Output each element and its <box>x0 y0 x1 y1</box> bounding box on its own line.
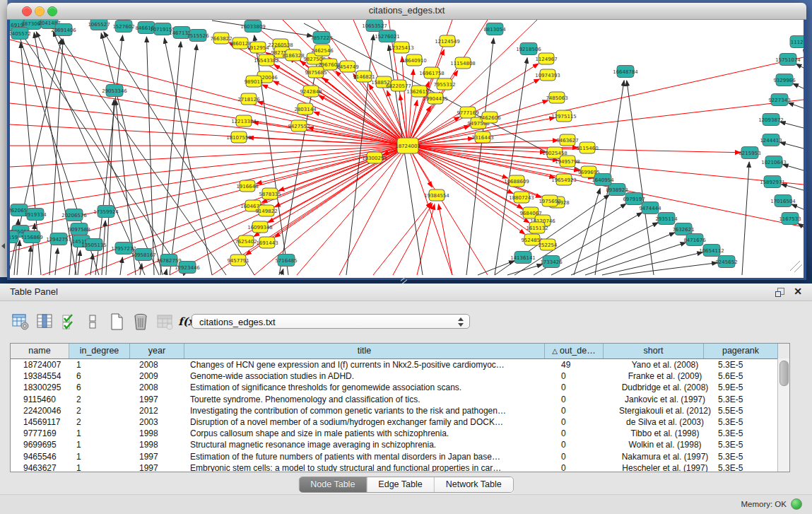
table-cell[interactable]: 2 <box>69 416 130 428</box>
red-edge[interactable] <box>10 40 408 146</box>
column-header-title[interactable]: title <box>184 344 545 358</box>
red-edge[interactable] <box>408 146 452 275</box>
graph-node[interactable]: 7632621 <box>672 223 694 235</box>
column-header-out_de[interactable]: △out_de… <box>545 344 604 358</box>
table-cell[interactable]: 1 <box>69 451 130 462</box>
table-vertical-scrollbar[interactable] <box>777 358 789 472</box>
table-cell[interactable]: Tibbo et al. (1998) <box>615 428 715 439</box>
table-cell[interactable]: 0 <box>556 382 615 393</box>
black-edge[interactable] <box>780 142 804 148</box>
table-cell[interactable]: Investigating the contribution of common… <box>184 405 556 416</box>
black-edge[interactable] <box>104 32 254 275</box>
graph-node[interactable]: 12942757 <box>46 233 71 245</box>
black-edge[interactable] <box>782 165 804 170</box>
black-edge[interactable] <box>120 257 122 275</box>
table-row[interactable]: 969969511998Structural magnetic resonanc… <box>11 439 789 450</box>
table-cell[interactable]: 1 <box>69 359 130 370</box>
graph-node[interactable]: 1912954 <box>247 42 269 53</box>
graph-node[interactable]: 1167533 <box>779 213 801 225</box>
graph-node[interactable]: 17359924 <box>93 206 119 218</box>
black-edge[interactable] <box>571 233 675 275</box>
table-cell[interactable]: 19384554 <box>11 370 69 382</box>
graph-node[interactable]: 8813054 <box>483 23 506 35</box>
black-edge[interactable] <box>793 83 804 88</box>
graph-node[interactable]: 15751074 <box>775 54 801 66</box>
table-row[interactable]: 946554611997Estimation of the future num… <box>11 451 789 462</box>
graph-node[interactable]: 10974393 <box>535 69 560 81</box>
panel-collapse-arrow-icon[interactable] <box>1 243 5 249</box>
table-cell[interactable]: 49 <box>556 359 615 370</box>
graph-node[interactable]: 9097588 <box>68 223 90 235</box>
close-panel-icon[interactable]: ✕ <box>794 286 802 297</box>
table-selector-dropdown[interactable]: citations_edges.txt <box>192 314 470 329</box>
table-cell[interactable]: 0 <box>556 462 615 472</box>
graph-node[interactable]: 1065527 <box>88 20 110 30</box>
black-edge[interactable] <box>281 269 283 275</box>
table-mode-button[interactable] <box>10 311 31 332</box>
graph-node[interactable]: 29053346 <box>102 85 127 97</box>
table-cell[interactable]: Embryonic stem cells: a model to study s… <box>184 462 556 472</box>
black-edge[interactable] <box>20 33 184 275</box>
black-edge[interactable] <box>790 261 800 271</box>
black-edge[interactable] <box>28 246 31 275</box>
table-cell[interactable]: 1 <box>69 439 130 450</box>
graph-node[interactable]: 1691443 <box>256 237 278 248</box>
table-cell[interactable]: 9115460 <box>11 394 69 405</box>
graph-node[interactable]: 12213384 <box>231 115 257 127</box>
black-edge[interactable] <box>165 269 167 275</box>
graph-node[interactable]: 1916648 <box>236 180 258 192</box>
table-cell[interactable]: Changes of HCN gene expression and I(f) … <box>184 359 556 370</box>
black-edge[interactable] <box>619 263 717 275</box>
graph-node[interactable]: 252254 <box>539 239 558 250</box>
table-cell[interactable]: 9777169 <box>11 428 69 439</box>
table-cell[interactable]: 2 <box>69 394 130 405</box>
graph-node[interactable]: 8454749 <box>336 61 358 72</box>
graph-node[interactable]: 7625402 <box>235 235 257 247</box>
black-edge[interactable] <box>796 64 804 68</box>
table-cell[interactable]: 6 <box>69 382 130 393</box>
graph-node[interactable]: 19218506 <box>516 43 541 55</box>
graph-node[interactable]: 16033809 <box>240 21 266 33</box>
graph-node[interactable]: 1733426 <box>540 256 563 268</box>
table-cell[interactable]: Estimation of the future numbers of pati… <box>184 451 556 462</box>
graph-node[interactable]: 9227343 <box>768 94 790 106</box>
column-header-in_degree[interactable]: in_degree <box>69 344 130 358</box>
table-cell[interactable]: 2009 <box>130 370 184 382</box>
table-row[interactable]: 1872400712008Changes of HCN gene express… <box>11 359 789 370</box>
table-cell[interactable]: 2008 <box>130 382 184 393</box>
table-cell[interactable]: Genome-wide association studies in ADHD. <box>184 370 556 382</box>
black-edge[interactable] <box>551 223 658 275</box>
graph-node[interactable]: 2718126 <box>237 93 260 105</box>
graph-node[interactable]: 5716485 <box>275 255 297 267</box>
table-row[interactable]: 911546021997Tourette syndrome. Phenomeno… <box>11 394 789 405</box>
table-cell[interactable]: Jankovic et al. (1997) <box>615 394 715 405</box>
black-edge[interactable] <box>780 122 804 128</box>
table-cell[interactable]: 18724007 <box>11 359 69 370</box>
column-header-pagerank[interactable]: pagerank <box>704 344 778 358</box>
table-cell[interactable]: 1997 <box>130 451 184 462</box>
red-edge[interactable] <box>393 203 433 275</box>
table-cell[interactable]: 0 <box>556 416 615 428</box>
black-edge[interactable] <box>507 264 543 275</box>
table-row[interactable]: 1830029562008Estimation of significance … <box>11 382 789 393</box>
black-edge[interactable] <box>585 243 686 275</box>
graph-node[interactable]: 9329966 <box>773 74 796 86</box>
black-edge[interactable] <box>782 184 804 190</box>
graph-node[interactable]: 2462546 <box>311 45 334 56</box>
network-canvas[interactable]: 1872400776638229860128191295422260538982… <box>10 20 804 276</box>
graph-node[interactable]: 1156869 <box>20 231 42 243</box>
graph-node[interactable]: 12975115 <box>551 110 577 122</box>
table-cell[interactable]: 9699695 <box>11 439 69 450</box>
table-cell[interactable]: 1 <box>69 462 130 472</box>
graph-node[interactable]: 1919334 <box>24 209 47 221</box>
table-cell[interactable]: Estimation of significance thresholds fo… <box>184 382 556 393</box>
column-header-short[interactable]: short <box>604 344 704 358</box>
graph-node[interactable]: 11154808 <box>450 57 476 69</box>
black-edge[interactable] <box>170 45 196 275</box>
table-cell[interactable]: 9463627 <box>11 462 69 472</box>
table-cell[interactable]: Disruption of a novel member of a sodium… <box>184 416 556 428</box>
red-edge[interactable] <box>408 146 541 197</box>
graph-node[interactable]: 10210643 <box>761 156 787 168</box>
table-cell[interactable]: 2012 <box>130 405 184 416</box>
red-edge[interactable] <box>10 82 408 146</box>
